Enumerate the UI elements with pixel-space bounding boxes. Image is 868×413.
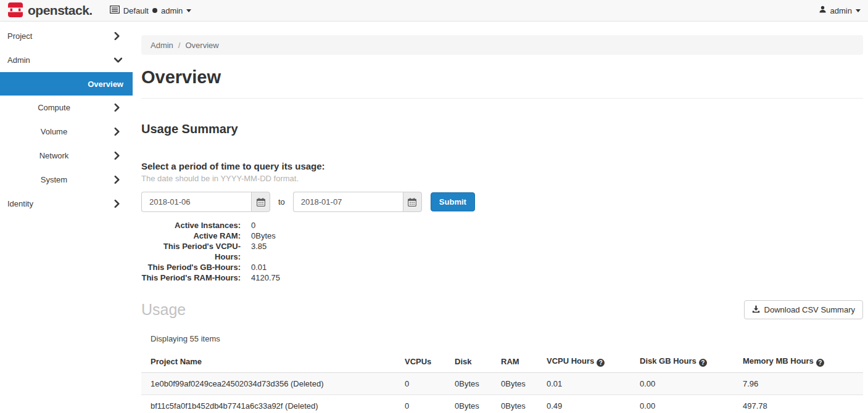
stat-value: 0Bytes xyxy=(251,231,276,241)
stat-label: This Period's GB-Hours: xyxy=(141,262,241,272)
stat-active-ram: Active RAM: 0Bytes xyxy=(141,231,863,241)
column-header-project-name: Project Name xyxy=(141,351,395,373)
breadcrumb: Admin / Overview xyxy=(141,35,863,55)
cell-vcpu-hours: 0.49 xyxy=(537,395,630,413)
usage-table: Project Name VCPUs Disk RAM VCPU Hours? … xyxy=(141,351,863,413)
usage-summary-heading: Usage Summary xyxy=(141,122,863,136)
stat-label: This Period's RAM-Hours: xyxy=(141,272,241,283)
sidebar-item-label: Overview xyxy=(0,80,133,89)
domain-project-switcher[interactable]: Default admin xyxy=(110,6,192,15)
download-icon xyxy=(752,305,760,315)
current-project: admin xyxy=(161,6,183,15)
download-csv-label: Download CSV Summary xyxy=(764,305,855,314)
chevron-right-icon xyxy=(114,32,133,40)
calendar-icon[interactable] xyxy=(403,192,422,212)
sidebar-item-project[interactable]: Project xyxy=(0,24,133,48)
chevron-right-icon xyxy=(114,176,133,184)
sidebar-item-label: Compute xyxy=(0,103,114,112)
column-header-vcpu-hours: VCPU Hours? xyxy=(537,351,630,373)
sidebar-item-label: Admin xyxy=(0,55,114,65)
breadcrumb-separator: / xyxy=(178,41,181,50)
cell-vcpus: 0 xyxy=(395,395,445,413)
chevron-right-icon xyxy=(114,128,133,136)
sidebar-item-admin[interactable]: Admin xyxy=(0,48,133,72)
cell-project-name: bf11c5fa0f1b452db4b7741a6c33a92f (Delete… xyxy=(141,395,395,413)
cell-vcpu-hours: 0.01 xyxy=(537,373,630,395)
items-count: Displaying 55 items xyxy=(141,334,863,343)
cell-disk: 0Bytes xyxy=(445,373,492,395)
column-header-disk: Disk xyxy=(445,351,492,373)
cell-memory-mb-hours: 497.78 xyxy=(734,395,863,413)
page-title: Overview xyxy=(141,67,863,88)
date-range-prompt: Select a period of time to query its usa… xyxy=(141,161,863,171)
column-header-disk-gb-hours: Disk GB Hours? xyxy=(630,351,734,373)
breadcrumb-admin[interactable]: Admin xyxy=(151,41,173,50)
column-label: VCPU Hours xyxy=(547,356,594,366)
help-icon[interactable]: ? xyxy=(699,359,707,367)
date-to-input[interactable] xyxy=(293,192,403,212)
date-from-group xyxy=(141,192,270,212)
stat-label: This Period's VCPU-Hours: xyxy=(141,241,241,262)
stat-vcpu-hours: This Period's VCPU-Hours: 3.85 xyxy=(141,241,863,262)
column-label: Disk GB Hours xyxy=(640,356,696,366)
stat-active-instances: Active Instances: 0 xyxy=(141,220,863,231)
main-content: Admin / Overview Overview Usage Summary … xyxy=(141,22,863,413)
date-from-input[interactable] xyxy=(141,192,251,212)
stat-gb-hours: This Period's GB-Hours: 0.01 xyxy=(141,262,863,272)
help-icon[interactable]: ? xyxy=(597,359,605,367)
calendar-icon[interactable] xyxy=(251,192,270,212)
stat-label: Active RAM: xyxy=(141,231,241,241)
date-format-hint: The date should be in YYYY-MM-DD format. xyxy=(141,174,863,183)
sidebar-item-identity[interactable]: Identity xyxy=(0,192,133,216)
sidebar-item-label: Identity xyxy=(0,199,114,208)
table-header-row: Project Name VCPUs Disk RAM VCPU Hours? … xyxy=(141,351,863,373)
stat-ram-hours: This Period's RAM-Hours: 4120.75 xyxy=(141,272,863,283)
to-label: to xyxy=(278,197,285,206)
column-header-memory-mb-hours: Memory MB Hours? xyxy=(734,351,863,373)
cell-ram: 0Bytes xyxy=(492,373,537,395)
sidebar-item-label: Project xyxy=(0,31,114,41)
sidebar-item-compute[interactable]: Compute xyxy=(0,96,133,120)
usage-query-form: to Submit xyxy=(141,192,863,212)
submit-button[interactable]: Submit xyxy=(431,192,475,211)
cell-disk-gb-hours: 0.00 xyxy=(630,373,734,395)
user-icon xyxy=(819,6,827,15)
usage-table-heading: Usage xyxy=(141,301,186,319)
sidebar-item-label: System xyxy=(0,175,114,184)
sidebar-item-network[interactable]: Network xyxy=(0,144,133,168)
column-header-vcpus: VCPUs xyxy=(395,351,445,373)
openstack-brand[interactable]: openstack. xyxy=(7,2,93,20)
top-navbar: openstack. Default admin admin xyxy=(0,0,868,22)
current-domain: Default xyxy=(123,6,149,15)
stat-label: Active Instances: xyxy=(141,220,241,231)
chevron-right-icon xyxy=(114,200,133,208)
openstack-logo-icon xyxy=(7,2,23,20)
stat-value: 3.85 xyxy=(251,241,267,262)
help-icon[interactable]: ? xyxy=(816,359,824,367)
caret-down-icon xyxy=(186,9,191,12)
sidebar-item-system[interactable]: System xyxy=(0,168,133,192)
caret-down-icon xyxy=(856,9,861,12)
chevron-right-icon xyxy=(114,104,133,112)
domain-list-icon xyxy=(110,6,120,15)
user-menu[interactable]: admin xyxy=(819,6,861,15)
title-divider xyxy=(141,98,863,99)
sidebar-item-volume[interactable]: Volume xyxy=(0,120,133,144)
sidebar-item-overview[interactable]: Overview xyxy=(0,72,133,96)
stat-value: 4120.75 xyxy=(251,272,280,283)
column-header-ram: RAM xyxy=(492,351,537,373)
download-csv-button[interactable]: Download CSV Summary xyxy=(744,300,863,319)
table-row: 1e0b0f99af0249cea24502034d73d356 (Delete… xyxy=(141,373,863,395)
sidebar-item-label: Volume xyxy=(0,127,114,136)
cell-disk: 0Bytes xyxy=(445,395,492,413)
usage-stats: Active Instances: 0 Active RAM: 0Bytes T… xyxy=(141,220,863,283)
sidebar-item-label: Network xyxy=(0,151,114,160)
sidebar-nav: Project Admin Overview Compute Volume xyxy=(0,22,133,216)
chevron-down-icon xyxy=(114,57,133,63)
date-to-group xyxy=(293,192,422,212)
separator-dot-icon xyxy=(152,8,157,13)
table-row: bf11c5fa0f1b452db4b7741a6c33a92f (Delete… xyxy=(141,395,863,413)
brand-wordmark: openstack. xyxy=(28,4,93,18)
cell-vcpus: 0 xyxy=(395,373,445,395)
breadcrumb-overview: Overview xyxy=(185,41,218,50)
